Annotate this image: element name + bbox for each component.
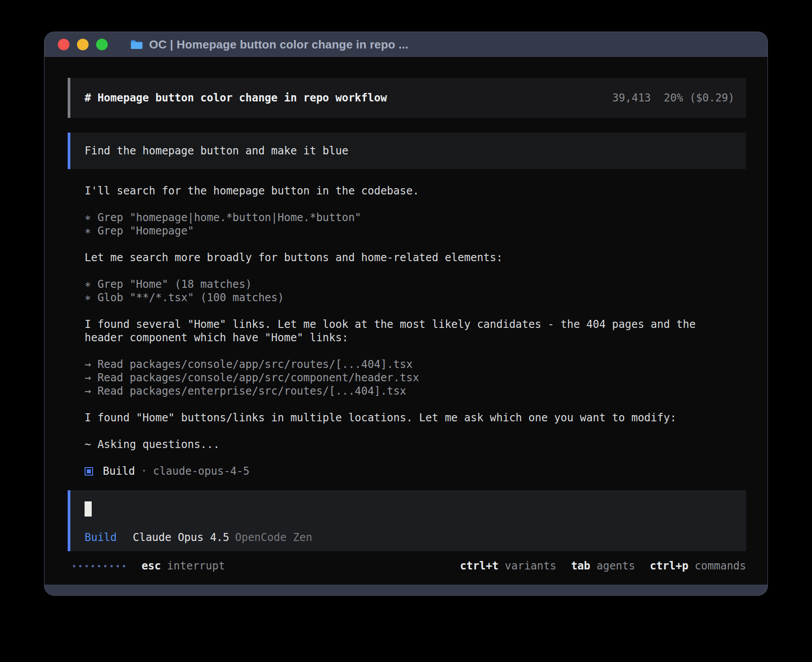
- user-message-text: Find the homepage button and make it blu…: [85, 144, 348, 157]
- spinner-dots: [73, 565, 125, 567]
- model-label: Claude Opus 4.5: [133, 531, 229, 544]
- footer-right: ctrl+t variants tab agents ctrl+p comman…: [460, 559, 746, 573]
- hint-label: variants: [505, 559, 556, 573]
- spacer: [85, 424, 746, 438]
- hint-label: commands: [694, 559, 746, 573]
- hint-key: ctrl+p: [650, 559, 689, 573]
- close-button[interactable]: [58, 39, 69, 50]
- spacer: [85, 264, 746, 278]
- terminal-content: # Homepage button color change in repo w…: [45, 57, 767, 585]
- assistant-transcript: I'll search for the homepage button in t…: [85, 184, 746, 478]
- spacer: [85, 238, 746, 251]
- hint-interrupt: esc interrupt: [142, 559, 225, 573]
- assistant-text-line: Let me search more broadly for buttons a…: [85, 251, 746, 264]
- tool-call-grep: ∗ Grep "Homepage": [85, 224, 746, 238]
- user-message: Find the homepage button and make it blu…: [68, 133, 746, 169]
- window-title-group: OC | Homepage button color change in rep…: [130, 38, 409, 52]
- badge-separator: ·: [141, 464, 147, 478]
- mode-label: Build: [85, 531, 117, 544]
- hint-commands: ctrl+p commands: [650, 559, 746, 573]
- tool-call-read: → Read packages/console/app/src/routes/[…: [85, 358, 746, 371]
- assistant-text-line: header component which have "Home" links…: [85, 331, 746, 344]
- status-line: ~ Asking questions...: [85, 438, 746, 451]
- footer-left: esc interrupt: [73, 559, 225, 573]
- token-count: 39,413: [612, 91, 651, 105]
- spacer: [85, 344, 746, 358]
- input-meta: Build Claude Opus 4.5 OpenCode Zen: [85, 531, 746, 544]
- provider-label: OpenCode Zen: [235, 531, 312, 544]
- assistant-text-line: I found several "Home" links. Let me loo…: [85, 318, 746, 331]
- hint-key: ctrl+t: [460, 559, 499, 573]
- session-title: # Homepage button color change in repo w…: [85, 91, 387, 105]
- hint-agents: tab agents: [571, 559, 635, 573]
- hint-key: esc: [142, 559, 161, 573]
- context-cost: 20% ($0.29): [664, 91, 735, 105]
- agent-model-name: claude-opus-4-5: [153, 464, 250, 478]
- spacer: [85, 304, 746, 318]
- session-stats: 39,413 20% ($0.29): [612, 91, 735, 105]
- tool-call-grep: ∗ Grep "Home" (18 matches): [85, 278, 746, 291]
- prompt-input[interactable]: Build Claude Opus 4.5 OpenCode Zen: [68, 490, 746, 551]
- agent-name: Build: [103, 464, 135, 478]
- hint-label: interrupt: [167, 559, 225, 573]
- spacer: [85, 398, 746, 411]
- traffic-lights: [58, 39, 108, 50]
- minimize-button[interactable]: [77, 39, 89, 50]
- hint-variants: ctrl+t variants: [460, 559, 556, 573]
- text-cursor: [85, 501, 92, 517]
- terminal-window: OC | Homepage button color change in rep…: [45, 32, 767, 595]
- hint-key: tab: [571, 559, 590, 573]
- agent-badge: Build · claude-opus-4-5: [85, 464, 746, 478]
- status-footer: esc interrupt ctrl+t variants tab agents…: [68, 559, 746, 573]
- spacer: [85, 198, 746, 211]
- assistant-text-line: I'll search for the homepage button in t…: [85, 184, 746, 198]
- tool-call-grep: ∗ Grep "homepage|home.*button|Home.*butt…: [85, 211, 746, 224]
- folder-icon: [130, 39, 143, 50]
- window-bottom-chrome: [45, 585, 767, 595]
- tool-call-read: → Read packages/enterprise/src/routes/[.…: [85, 384, 746, 398]
- zoom-button[interactable]: [96, 39, 108, 50]
- agent-square-icon: [85, 467, 93, 476]
- title-bar[interactable]: OC | Homepage button color change in rep…: [45, 32, 767, 57]
- spacer: [85, 451, 746, 464]
- session-header: # Homepage button color change in repo w…: [68, 78, 746, 118]
- tool-call-read: → Read packages/console/app/src/componen…: [85, 371, 746, 384]
- assistant-text-line: I found "Home" buttons/links in multiple…: [85, 411, 746, 424]
- window-title: OC | Homepage button color change in rep…: [149, 38, 409, 52]
- tool-call-glob: ∗ Glob "**/*.tsx" (100 matches): [85, 291, 746, 304]
- hint-label: agents: [597, 559, 635, 573]
